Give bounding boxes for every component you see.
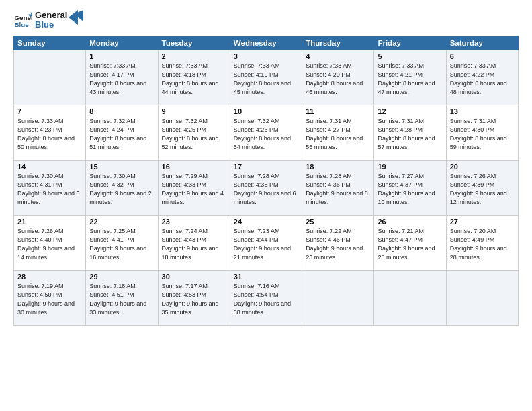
day-number: 22	[89, 218, 154, 226]
logo-general: General	[35, 11, 67, 20]
day-number: 4	[306, 52, 370, 60]
day-number: 20	[450, 163, 515, 171]
calendar-cell: 5Sunrise: 7:33 AMSunset: 4:21 PMDaylight…	[374, 50, 446, 105]
day-number: 6	[450, 52, 515, 60]
weekday-header-row: SundayMondayTuesdayWednesdayThursdayFrid…	[14, 36, 519, 50]
calendar-cell: 16Sunrise: 7:29 AMSunset: 4:33 PMDayligh…	[158, 160, 230, 215]
day-number: 23	[162, 218, 226, 226]
day-info: Sunrise: 7:33 AMSunset: 4:18 PMDaylight:…	[162, 62, 226, 97]
day-info: Sunrise: 7:30 AMSunset: 4:31 PMDaylight:…	[17, 172, 82, 207]
calendar-cell: 7Sunrise: 7:33 AMSunset: 4:23 PMDaylight…	[14, 105, 86, 160]
weekday-header-saturday: Saturday	[446, 36, 518, 50]
svg-text:Blue: Blue	[14, 21, 29, 28]
calendar-cell: 6Sunrise: 7:33 AMSunset: 4:22 PMDaylight…	[446, 50, 518, 105]
calendar-week-row: 28Sunrise: 7:19 AMSunset: 4:50 PMDayligh…	[14, 270, 519, 325]
day-info: Sunrise: 7:32 AMSunset: 4:25 PMDaylight:…	[162, 117, 226, 152]
calendar-cell: 23Sunrise: 7:24 AMSunset: 4:43 PMDayligh…	[158, 215, 230, 270]
day-number: 15	[89, 163, 154, 171]
day-info: Sunrise: 7:16 AMSunset: 4:54 PMDaylight:…	[234, 282, 298, 317]
calendar-cell	[446, 270, 518, 325]
day-number: 10	[234, 107, 298, 116]
calendar-cell: 2Sunrise: 7:33 AMSunset: 4:18 PMDaylight…	[158, 50, 230, 105]
weekday-header-tuesday: Tuesday	[158, 36, 230, 50]
calendar-cell: 1Sunrise: 7:33 AMSunset: 4:17 PMDaylight…	[86, 50, 158, 105]
day-number: 17	[234, 163, 298, 171]
calendar-cell: 14Sunrise: 7:30 AMSunset: 4:31 PMDayligh…	[14, 160, 86, 215]
day-info: Sunrise: 7:33 AMSunset: 4:23 PMDaylight:…	[17, 117, 82, 152]
day-number: 27	[450, 218, 515, 226]
day-number: 28	[17, 273, 82, 281]
day-info: Sunrise: 7:26 AMSunset: 4:40 PMDaylight:…	[17, 227, 82, 262]
day-info: Sunrise: 7:22 AMSunset: 4:46 PMDaylight:…	[306, 227, 370, 262]
calendar-week-row: 14Sunrise: 7:30 AMSunset: 4:31 PMDayligh…	[14, 160, 519, 215]
calendar-week-row: 1Sunrise: 7:33 AMSunset: 4:17 PMDaylight…	[14, 50, 519, 105]
calendar-cell: 29Sunrise: 7:18 AMSunset: 4:51 PMDayligh…	[86, 270, 158, 325]
calendar-body: 1Sunrise: 7:33 AMSunset: 4:17 PMDaylight…	[14, 50, 519, 325]
day-number: 5	[378, 52, 442, 60]
calendar-cell: 24Sunrise: 7:23 AMSunset: 4:44 PMDayligh…	[230, 215, 302, 270]
logo-icon: General Blue	[13, 11, 32, 30]
calendar-cell: 20Sunrise: 7:26 AMSunset: 4:39 PMDayligh…	[446, 160, 518, 215]
calendar-cell: 26Sunrise: 7:21 AMSunset: 4:47 PMDayligh…	[374, 215, 446, 270]
calendar-cell: 17Sunrise: 7:28 AMSunset: 4:35 PMDayligh…	[230, 160, 302, 215]
day-number: 13	[450, 107, 515, 116]
day-number: 26	[378, 218, 442, 226]
calendar-week-row: 21Sunrise: 7:26 AMSunset: 4:40 PMDayligh…	[14, 215, 519, 270]
calendar-cell	[302, 270, 374, 325]
day-number: 19	[378, 163, 442, 171]
day-number: 1	[89, 52, 154, 60]
calendar-cell: 4Sunrise: 7:33 AMSunset: 4:20 PMDaylight…	[302, 50, 374, 105]
calendar-week-row: 7Sunrise: 7:33 AMSunset: 4:23 PMDaylight…	[14, 105, 519, 160]
day-info: Sunrise: 7:33 AMSunset: 4:19 PMDaylight:…	[234, 62, 298, 97]
calendar-page: General Blue General Blue SundayMondayTu…	[0, 0, 532, 411]
day-info: Sunrise: 7:32 AMSunset: 4:24 PMDaylight:…	[89, 117, 154, 152]
day-info: Sunrise: 7:33 AMSunset: 4:17 PMDaylight:…	[89, 62, 154, 97]
calendar-cell: 27Sunrise: 7:20 AMSunset: 4:49 PMDayligh…	[446, 215, 518, 270]
day-number: 18	[306, 163, 370, 171]
logo-arrow-icon	[69, 10, 83, 25]
day-number: 12	[378, 107, 442, 116]
day-number: 11	[306, 107, 370, 116]
calendar-cell: 8Sunrise: 7:32 AMSunset: 4:24 PMDaylight…	[86, 105, 158, 160]
day-info: Sunrise: 7:31 AMSunset: 4:28 PMDaylight:…	[378, 117, 442, 152]
day-info: Sunrise: 7:23 AMSunset: 4:44 PMDaylight:…	[234, 227, 298, 262]
day-number: 8	[89, 107, 154, 116]
day-info: Sunrise: 7:19 AMSunset: 4:50 PMDaylight:…	[17, 282, 82, 317]
day-info: Sunrise: 7:25 AMSunset: 4:41 PMDaylight:…	[89, 227, 154, 262]
calendar-cell: 19Sunrise: 7:27 AMSunset: 4:37 PMDayligh…	[374, 160, 446, 215]
calendar-cell: 18Sunrise: 7:28 AMSunset: 4:36 PMDayligh…	[302, 160, 374, 215]
day-info: Sunrise: 7:27 AMSunset: 4:37 PMDaylight:…	[378, 172, 442, 207]
calendar-cell: 15Sunrise: 7:30 AMSunset: 4:32 PMDayligh…	[86, 160, 158, 215]
day-number: 30	[162, 273, 226, 281]
calendar-cell: 3Sunrise: 7:33 AMSunset: 4:19 PMDaylight…	[230, 50, 302, 105]
calendar-cell	[14, 50, 86, 105]
weekday-header-wednesday: Wednesday	[230, 36, 302, 50]
day-info: Sunrise: 7:33 AMSunset: 4:20 PMDaylight:…	[306, 62, 370, 97]
day-info: Sunrise: 7:29 AMSunset: 4:33 PMDaylight:…	[162, 172, 226, 207]
day-number: 14	[17, 163, 82, 171]
day-number: 16	[162, 163, 226, 171]
calendar-cell: 31Sunrise: 7:16 AMSunset: 4:54 PMDayligh…	[230, 270, 302, 325]
day-info: Sunrise: 7:28 AMSunset: 4:35 PMDaylight:…	[234, 172, 298, 207]
weekday-header-sunday: Sunday	[14, 36, 86, 50]
day-number: 24	[234, 218, 298, 226]
svg-marker-4	[69, 10, 78, 25]
day-number: 2	[162, 52, 226, 60]
weekday-header-friday: Friday	[374, 36, 446, 50]
day-number: 9	[162, 107, 226, 116]
day-info: Sunrise: 7:21 AMSunset: 4:47 PMDaylight:…	[378, 227, 442, 262]
weekday-header-thursday: Thursday	[302, 36, 374, 50]
page-header: General Blue General Blue	[13, 11, 519, 30]
day-number: 25	[306, 218, 370, 226]
calendar-cell: 28Sunrise: 7:19 AMSunset: 4:50 PMDayligh…	[14, 270, 86, 325]
day-number: 21	[17, 218, 82, 226]
day-info: Sunrise: 7:17 AMSunset: 4:53 PMDaylight:…	[162, 282, 226, 317]
day-info: Sunrise: 7:30 AMSunset: 4:32 PMDaylight:…	[89, 172, 154, 207]
day-info: Sunrise: 7:18 AMSunset: 4:51 PMDaylight:…	[89, 282, 154, 317]
calendar-table: SundayMondayTuesdayWednesdayThursdayFrid…	[13, 36, 519, 326]
day-info: Sunrise: 7:33 AMSunset: 4:22 PMDaylight:…	[450, 62, 515, 97]
day-number: 31	[234, 273, 298, 281]
calendar-cell: 11Sunrise: 7:31 AMSunset: 4:27 PMDayligh…	[302, 105, 374, 160]
calendar-cell: 21Sunrise: 7:26 AMSunset: 4:40 PMDayligh…	[14, 215, 86, 270]
day-number: 29	[89, 273, 154, 281]
